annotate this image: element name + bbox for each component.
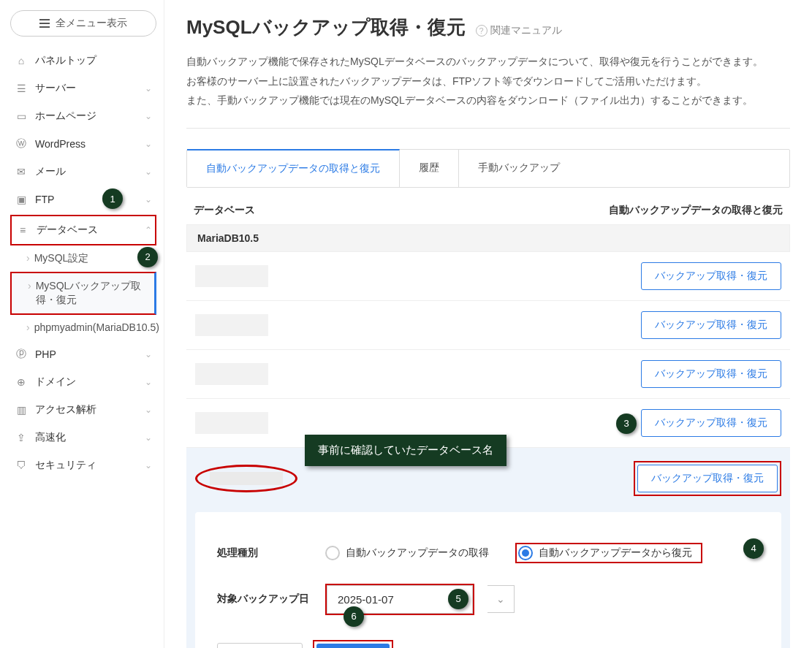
nav-label: サーバー [35, 82, 76, 95]
db-name-highlight [195, 465, 297, 492]
divider [186, 128, 790, 129]
expanded-row: 事前に確認していたデータベース名 バックアップ取得・復元 処理種別 自動バックア… [186, 448, 790, 648]
nav-label: データベース [37, 224, 98, 237]
nav-speed[interactable]: ⇪ 高速化 ⌄ [10, 424, 156, 451]
nav-database[interactable]: ≡ データベース ⌃ [10, 215, 156, 245]
tab-history[interactable]: 履歴 [400, 150, 459, 187]
page-description: 自動バックアップ機能で保存されたMySQLデータベースのバックアップデータについ… [186, 52, 790, 110]
nav-sub-mysql-backup[interactable]: › MySQLバックアップ取得・復元 [10, 272, 156, 315]
tabs: 自動バックアップデータの取得と復元 履歴 手動バックアップ [186, 149, 790, 188]
shield-icon: ⛉ [15, 459, 28, 472]
arrow-icon: › [26, 321, 30, 335]
speed-icon: ⇪ [15, 431, 28, 444]
db-name-redacted [195, 314, 268, 336]
nav-sub-mysql-settings[interactable]: › MySQL設定 2 [10, 245, 156, 272]
backup-restore-button[interactable]: バックアップ取得・復元 [641, 409, 781, 437]
label-backup-date: 対象バックアップ日 [217, 592, 312, 606]
chevron-down-icon: ⌄ [145, 111, 152, 121]
desc-line: 自動バックアップ機能で保存されたMySQLデータベースのバックアップデータについ… [186, 52, 790, 72]
table-row: バックアップ取得・復元 [186, 301, 790, 350]
table-row: バックアップ取得・復元 [186, 350, 790, 399]
table-row: バックアップ取得・復元 [186, 252, 790, 301]
annotation-badge-4: 4 [743, 538, 764, 559]
chevron-down-icon: ⌄ [145, 349, 152, 359]
globe-icon: ⊕ [15, 376, 28, 389]
nav-domain[interactable]: ⊕ ドメイン ⌄ [10, 368, 156, 396]
backup-restore-button[interactable]: バックアップ取得・復元 [641, 311, 781, 339]
nav-label: パネルトップ [35, 54, 96, 67]
nav-label: ドメイン [35, 376, 76, 389]
server-icon: ☰ [15, 82, 28, 95]
radio-option-get[interactable]: 自動バックアップデータの取得 [325, 546, 489, 560]
nav-wordpress[interactable]: ⓦ WordPress ⌄ [10, 130, 156, 158]
arrow-icon: › [28, 279, 31, 294]
annotation-badge-2: 2 [137, 247, 158, 267]
menu-all-label: 全メニュー表示 [56, 17, 127, 30]
nav-panel-top[interactable]: ⌂ パネルトップ [10, 47, 156, 75]
chevron-down-icon: ⌄ [145, 139, 152, 149]
nav-label: 高速化 [35, 431, 66, 444]
nav-homepage[interactable]: ▭ ホームページ ⌄ [10, 102, 156, 130]
tab-auto-backup[interactable]: 自動バックアップデータの取得と復元 [187, 149, 400, 187]
chart-icon: ▥ [15, 403, 28, 416]
nav-server[interactable]: ☰ サーバー ⌄ [10, 75, 156, 102]
annotation-badge-5: 5 [448, 589, 468, 609]
radio-icon-selected [518, 546, 533, 560]
submit-button[interactable]: 実行する [316, 644, 390, 648]
nav-mail[interactable]: ✉ メール ⌄ [10, 158, 156, 186]
manual-link[interactable]: ? 関連マニュアル [476, 24, 562, 37]
nav-sub-label: MySQLバックアップ取得・復元 [36, 279, 150, 308]
chevron-down-icon: ⌄ [145, 377, 152, 387]
restore-form: 処理種別 自動バックアップデータの取得 自動バックアップデータから復元 4 [195, 512, 781, 648]
radio-label: 自動バックアップデータの取得 [346, 546, 489, 560]
label-process-type: 処理種別 [217, 546, 312, 560]
home-icon: ⌂ [15, 54, 28, 67]
radio-option-restore[interactable]: 自動バックアップデータから復元 [518, 546, 692, 560]
nav-label: PHP [35, 348, 56, 360]
backup-restore-button-active[interactable]: バックアップ取得・復元 [637, 465, 778, 492]
db-name-redacted [195, 265, 268, 287]
database-icon: ≡ [16, 224, 29, 237]
backup-restore-button[interactable]: バックアップ取得・復元 [641, 360, 781, 388]
chevron-down-icon[interactable]: ⌄ [487, 585, 515, 613]
ftp-icon: ▣ [15, 193, 28, 206]
nav-analytics[interactable]: ▥ アクセス解析 ⌄ [10, 396, 156, 424]
backup-restore-button[interactable]: バックアップ取得・復元 [641, 262, 781, 290]
chevron-down-icon: ⌄ [145, 460, 152, 470]
chevron-up-icon: ⌃ [145, 225, 152, 235]
nav-label: メール [35, 165, 66, 178]
radio-icon [325, 546, 340, 560]
chevron-down-icon: ⌄ [145, 194, 152, 205]
nav-security[interactable]: ⛉ セキュリティ ⌄ [10, 451, 156, 479]
nav-ftp[interactable]: ▣ FTP ⌄ 1 [10, 186, 156, 213]
nav-label: アクセス解析 [35, 403, 96, 416]
col-header-db: データベース [194, 204, 255, 217]
radio-label: 自動バックアップデータから復元 [539, 546, 692, 560]
cancel-button[interactable]: キャンセル [217, 643, 303, 648]
nav-php[interactable]: ⓟ PHP ⌄ [10, 340, 156, 368]
annotation-badge-1: 1 [102, 188, 123, 209]
tab-manual-backup[interactable]: 手動バックアップ [459, 150, 579, 187]
menu-all-button[interactable]: 全メニュー表示 [10, 10, 156, 37]
manual-link-label: 関連マニュアル [490, 24, 562, 37]
mail-icon: ✉ [15, 165, 28, 178]
chevron-down-icon: ⌄ [145, 432, 152, 443]
nav-label: ホームページ [35, 110, 96, 123]
nav-sub-label: MySQL設定 [34, 251, 89, 266]
chevron-down-icon: ⌄ [145, 405, 152, 415]
php-icon: ⓟ [15, 348, 28, 361]
arrow-icon: › [26, 251, 30, 266]
help-icon: ? [476, 25, 487, 37]
wordpress-icon: ⓦ [15, 137, 28, 150]
page-icon: ▭ [15, 110, 28, 123]
desc-line: また、手動バックアップ機能では現在のMySQLデータベースの内容をダウンロード（… [186, 91, 790, 110]
chevron-down-icon: ⌄ [145, 167, 152, 177]
annotation-badge-3: 3 [616, 413, 637, 434]
nav-label: WordPress [35, 138, 86, 150]
nav-label: FTP [35, 194, 54, 205]
callout-db-name: 事前に確認していたデータベース名 [305, 435, 506, 466]
db-group-header: MariaDB10.5 [186, 224, 790, 252]
hamburger-icon [39, 19, 50, 28]
annotation-badge-6: 6 [344, 606, 364, 627]
nav-sub-phpmyadmin[interactable]: › phpmyadmin(MariaDB10.5) [10, 315, 156, 341]
